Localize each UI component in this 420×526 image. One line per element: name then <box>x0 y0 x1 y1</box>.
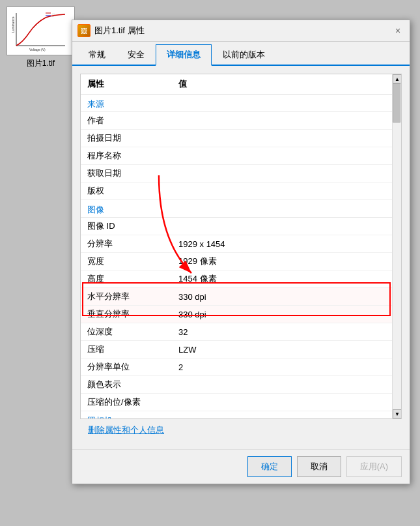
prop-resolution-unit-name: 分辨率单位 <box>81 358 172 376</box>
delete-properties-link[interactable]: 删除属性和个人信息 <box>80 419 402 441</box>
row-v-resolution: 垂直分辨率 330 dpi <box>81 306 392 323</box>
prop-image-id-value <box>172 218 392 235</box>
prop-copyright-name: 版权 <box>81 183 172 200</box>
tab-previous-versions[interactable]: 以前的版本 <box>212 44 276 66</box>
row-acquire-date: 获取日期 <box>81 165 392 183</box>
close-button[interactable]: × <box>391 24 404 37</box>
file-thumbnail-area: Voltage (V) Luminance — -- 图片1.tif <box>7 7 75 69</box>
prop-program-name-name: 程序名称 <box>81 147 172 165</box>
prop-resolution-unit-value: 2 <box>172 358 392 376</box>
prop-resolution-name: 分辨率 <box>81 235 172 253</box>
prop-h-resolution-value: 330 dpi <box>172 288 392 306</box>
prop-resolution-value: 1929 x 1454 <box>172 235 392 253</box>
col-value: 值 <box>172 74 392 95</box>
prop-v-resolution-name: 垂直分辨率 <box>81 306 172 323</box>
scroll-up-btn[interactable]: ▲ <box>393 74 402 83</box>
prop-color-rep-name: 颜色表示 <box>81 376 172 394</box>
prop-author-value <box>172 112 392 130</box>
prop-bit-depth-name: 位深度 <box>81 323 172 341</box>
property-table-scroll[interactable]: 属性 值 来源 作者 拍摄日期 <box>81 74 392 418</box>
svg-text:Luminance: Luminance <box>11 16 15 33</box>
prop-compressed-bits-name: 压缩的位/像素 <box>81 394 172 411</box>
section-image-label: 图像 <box>81 200 392 218</box>
scroll-down-btn[interactable]: ▼ <box>393 409 402 418</box>
scrollbar[interactable]: ▲ ▼ <box>392 74 401 418</box>
prop-image-id-name: 图像 ID <box>81 218 172 235</box>
prop-height-name: 高度 <box>81 270 172 288</box>
section-image: 图像 <box>81 200 392 218</box>
dialog-title-bar: 🖼 图片1.tif 属性 × <box>72 20 410 42</box>
dialog-content: 属性 值 来源 作者 拍摄日期 <box>72 66 410 449</box>
svg-text:Voltage (V): Voltage (V) <box>29 48 46 51</box>
prop-program-name-value <box>172 147 392 165</box>
prop-width-name: 宽度 <box>81 253 172 270</box>
prop-width-value: 1929 像素 <box>172 253 392 270</box>
row-author: 作者 <box>81 112 392 130</box>
prop-bit-depth-value: 32 <box>172 323 392 341</box>
prop-compression-name: 压缩 <box>81 341 172 358</box>
row-height: 高度 1454 像素 <box>81 270 392 288</box>
prop-author-name: 作者 <box>81 112 172 130</box>
prop-h-resolution-name: 水平分辨率 <box>81 288 172 306</box>
row-copyright: 版权 <box>81 183 392 200</box>
row-image-id: 图像 ID <box>81 218 392 235</box>
prop-acquire-date-value <box>172 165 392 183</box>
row-color-representation: 颜色表示 <box>81 376 392 394</box>
filename-label: 图片1.tif <box>7 58 75 69</box>
row-program-name: 程序名称 <box>81 147 392 165</box>
prop-color-rep-value <box>172 376 392 394</box>
row-compressed-bits: 压缩的位/像素 <box>81 394 392 411</box>
table-header-row: 属性 值 <box>81 74 392 95</box>
row-resolution-unit: 分辨率单位 2 <box>81 358 392 376</box>
ok-button[interactable]: 确定 <box>247 456 292 477</box>
apply-button[interactable]: 应用(A) <box>346 456 402 477</box>
section-source-label: 来源 <box>81 95 392 112</box>
prop-copyright-value <box>172 183 392 200</box>
properties-dialog: 🖼 图片1.tif 属性 × 常规 安全 详细信息 以前的版本 <box>72 20 410 484</box>
col-property: 属性 <box>81 74 172 95</box>
scrollbar-track[interactable] <box>393 83 401 409</box>
property-table: 属性 值 来源 作者 拍摄日期 <box>81 74 392 418</box>
property-table-container: 属性 值 来源 作者 拍摄日期 <box>80 74 402 419</box>
dialog-button-row: 确定 取消 应用(A) <box>72 449 410 484</box>
tab-security[interactable]: 安全 <box>117 44 156 66</box>
tab-general[interactable]: 常规 <box>77 44 117 66</box>
row-compression: 压缩 LZW <box>81 341 392 358</box>
dialog-icon: 🖼 <box>77 24 91 37</box>
row-bit-depth: 位深度 32 <box>81 323 392 341</box>
prop-acquire-date-name: 获取日期 <box>81 165 172 183</box>
row-width: 宽度 1929 像素 <box>81 253 392 270</box>
tab-bar: 常规 安全 详细信息 以前的版本 <box>72 42 410 66</box>
section-source: 来源 <box>81 95 392 112</box>
prop-compression-value: LZW <box>172 341 392 358</box>
prop-v-resolution-value: 330 dpi <box>172 306 392 323</box>
prop-compressed-bits-value <box>172 394 392 411</box>
dialog-title: 图片1.tif 属性 <box>94 25 387 37</box>
cancel-button[interactable]: 取消 <box>297 456 341 477</box>
prop-shoot-date-name: 拍摄日期 <box>81 130 172 147</box>
desktop: Voltage (V) Luminance — -- 图片1.tif 🖼 图片1… <box>0 0 420 526</box>
row-resolution: 分辨率 1929 x 1454 <box>81 235 392 253</box>
section-camera: 照相机 <box>81 411 392 419</box>
prop-shoot-date-value <box>172 130 392 147</box>
row-shoot-date: 拍摄日期 <box>81 130 392 147</box>
tab-details[interactable]: 详细信息 <box>156 44 212 66</box>
row-h-resolution: 水平分辨率 330 dpi <box>81 288 392 306</box>
thumbnail-image: Voltage (V) Luminance — -- <box>7 7 75 55</box>
scrollbar-thumb[interactable] <box>393 83 400 123</box>
section-camera-label: 照相机 <box>81 411 392 419</box>
prop-height-value: 1454 像素 <box>172 270 392 288</box>
